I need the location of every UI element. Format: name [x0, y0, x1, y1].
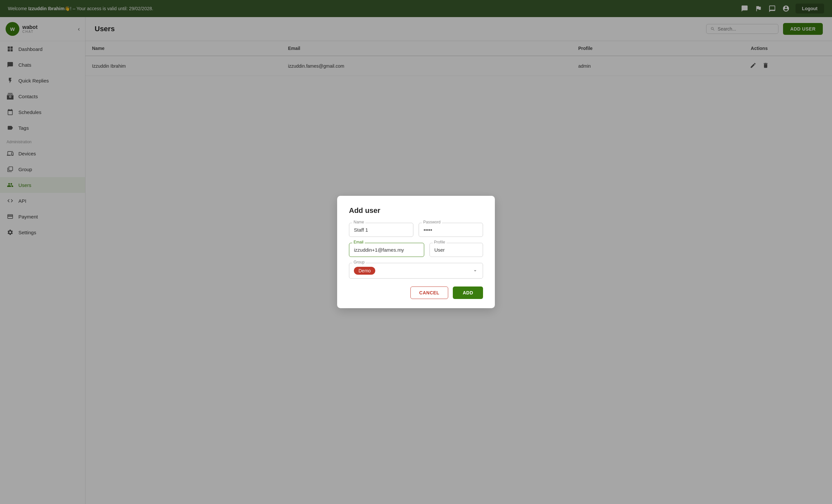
modal-title: Add user: [349, 206, 483, 215]
name-label: Name: [352, 220, 365, 224]
modal-overlay: Add user Name Password Email Profile Use…: [0, 0, 832, 504]
group-field-group: Group Demo: [349, 263, 483, 278]
email-field-group: Email: [349, 243, 424, 257]
password-field-group: Password: [419, 223, 483, 237]
group-label: Group: [352, 260, 366, 264]
add-button[interactable]: ADD: [453, 287, 483, 299]
add-user-modal: Add user Name Password Email Profile Use…: [337, 196, 495, 308]
email-label: Email: [352, 240, 365, 244]
profile-label: Profile: [433, 240, 447, 244]
form-row-1: Name Password: [349, 223, 483, 237]
name-input[interactable]: [349, 223, 413, 237]
name-field-group: Name: [349, 223, 413, 237]
password-label: Password: [422, 220, 442, 224]
profile-field-group: Profile User Admin: [430, 243, 483, 257]
chevron-down-icon: [472, 268, 478, 274]
password-input[interactable]: [419, 223, 483, 237]
form-row-3: Group Demo: [349, 263, 483, 278]
email-input[interactable]: [349, 243, 424, 257]
form-row-2: Email Profile User Admin: [349, 243, 483, 257]
group-tag: Demo: [354, 267, 375, 275]
group-dropdown[interactable]: Demo: [349, 263, 483, 278]
profile-select[interactable]: User Admin: [430, 243, 483, 257]
modal-actions: CANCEL ADD: [349, 287, 483, 299]
cancel-button[interactable]: CANCEL: [410, 287, 448, 299]
